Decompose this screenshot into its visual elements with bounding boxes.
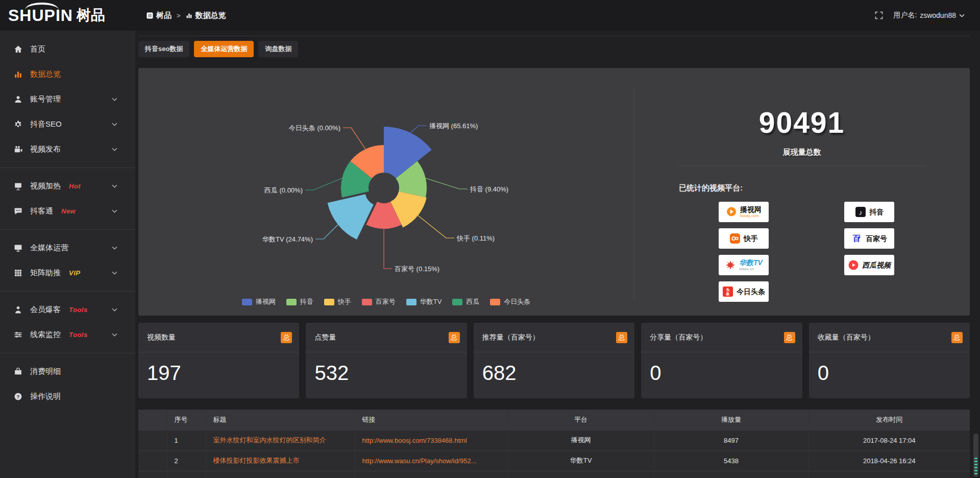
svg-text:?: ? [17,394,20,399]
video-title-link[interactable] [206,471,355,478]
legend-item-西瓜[interactable]: 西瓜 [452,297,479,306]
legend-swatch [490,299,500,305]
pie-label-播视网: 播视网 (65.61%) [429,122,478,130]
tab-全媒体运营数据[interactable]: 全媒体运营数据 [194,41,254,57]
legend-swatch [452,299,462,305]
legend-item-今日头条[interactable]: 今日头条 [490,297,530,306]
pie-label-line [418,216,454,238]
sidebar-item-线索监控[interactable]: 线索监控Tools [0,322,135,347]
sidebar-item-badge: Tools [69,331,88,339]
monitor-icon [14,244,23,253]
sidebar-item-视频发布[interactable]: 视频发布 [0,137,135,162]
sidebar-item-首页[interactable]: 首页 [0,37,135,62]
sidebar-item-会员爆客[interactable]: 会员爆客Tools [0,297,135,322]
logo-cn-text: 树品 [77,8,105,22]
app-logo[interactable]: SHUPIN 树品 [0,7,135,23]
sidebar-item-badge: New [61,207,76,215]
pie-label-快手: 快手 (0.11%) [456,234,495,242]
bar-chart-icon [186,12,192,19]
fullscreen-icon[interactable] [875,11,883,19]
logo-text: SHUPIN [8,7,73,23]
sidebar-item-视频加热[interactable]: 视频加热Hot [0,174,135,199]
table-row [138,471,970,478]
legend-item-百家号[interactable]: 百家号 [362,297,396,306]
sidebar-item-账号管理[interactable]: 账号管理 [0,87,135,112]
video-title-link[interactable]: 室外水纹灯和室内水纹灯的区别和简介 [206,430,355,450]
header-divider [138,36,970,36]
page-scrollbar-thumb[interactable] [973,434,978,477]
video-url-link[interactable]: http://www.boosj.com/7338468.html [355,430,508,450]
platforms-label: 已统计的视频平台: [679,183,970,193]
total-badge: 总 [281,332,292,343]
pie-label-line [343,128,365,149]
heat-icon [14,182,23,191]
total-impressions-value: 90491 [634,106,970,139]
chart-icon [14,70,23,79]
platform-chip-text: 华数TVwasu.cn [739,259,763,272]
total-badge: 总 [784,332,795,343]
sidebar-item-消费明细[interactable]: 消费明细 [0,359,135,384]
stat-card-分享量（百家号）: 分享量（百家号）总0 [641,323,802,398]
tab-抖音seo数据[interactable]: 抖音seo数据 [138,41,189,57]
column-header-播放量: 播放量 [654,410,808,430]
video-platform: 播视网 [508,430,654,450]
video-url-link[interactable]: http://www.wasu.cn/Play/show/id/952... [355,450,508,471]
sidebar-item-操作说明[interactable]: ?操作说明 [0,384,135,409]
user-menu[interactable]: 用户名: zswodun88 [893,11,965,20]
legend-item-抖音[interactable]: 抖音 [286,297,313,306]
help-icon: ? [14,392,23,401]
stat-card-label: 分享量（百家号） [650,333,707,342]
stat-card-收藏量（百家号）: 收藏量（百家号）总0 [809,323,970,398]
legend-label: 西瓜 [466,297,479,306]
platform-chip-text: 百家号 [866,235,887,243]
legend-item-播视网[interactable]: 播视网 [242,297,276,306]
pie-slice-华数TV[interactable] [328,194,374,240]
legend-swatch [406,299,416,305]
column-header-标题: 标题 [206,410,355,430]
stat-cards-row: 视频数量总197点赞量总532推荐量（百家号）总682分享量（百家号）总0收藏量… [138,323,970,398]
breadcrumb-current[interactable]: 数据总览 [186,11,226,20]
legend-label: 华数TV [420,297,442,306]
breadcrumb: 树品 > 数据总览 [146,11,226,20]
platform-name: 西瓜视频 [862,261,891,269]
user-icon [14,95,23,104]
sidebar-item-数据总览[interactable]: 数据总览 [0,62,135,87]
platform-chip-华数TV: 华数TVwasu.cn [719,255,769,275]
sidebar-item-矩阵助推[interactable]: 矩阵助推VIP [0,260,135,285]
sidebar-item-抖音SEO[interactable]: 抖音SEO [0,112,135,137]
chevron-down-icon [112,148,117,151]
sidebar-item-全媒体运营[interactable]: 全媒体运营 [0,235,135,260]
pie-label-line [384,229,392,269]
video-url-link[interactable] [355,471,508,478]
video-title-link[interactable]: 楼体投影灯投影效果震撼上市 [206,450,355,471]
tab-询盘数据[interactable]: 询盘数据 [258,41,298,57]
chevron-down-icon [112,333,117,337]
video-icon [14,145,23,154]
stat-card-value: 0 [650,362,802,385]
sidebar-item-抖客通[interactable]: 抖客通New [0,199,135,224]
platform-chip-text: 快手 [744,235,758,243]
summary-section: 90491 展现量总数 已统计的视频平台: 播视网boosj.com快手华数TV… [634,68,970,316]
legend-swatch [362,299,372,305]
breadcrumb-root[interactable]: 树品 [146,11,172,20]
legend-item-华数TV[interactable]: 华数TV [406,297,442,306]
legend-item-快手[interactable]: 快手 [324,297,351,306]
sidebar-group-divider [0,353,135,353]
svg-text:♪: ♪ [859,208,863,217]
platform-chip-text: 播视网boosj.com [740,206,762,219]
video-plays: 5438 [654,450,808,471]
row-index [167,471,206,478]
rose-pie-chart: 播视网 (65.61%)抖音 (9.40%)快手 (0.11%)百家号 (0.1… [138,68,634,288]
sidebar: 首页数据总览账号管理抖音SEO视频发布视频加热Hot抖客通New全媒体运营矩阵助… [0,31,135,478]
column-header-序号: 序号 [167,410,206,430]
summary-divider [677,165,926,166]
sidebar-item-label: 操作说明 [30,392,61,401]
sidebar-item-label: 消费明细 [30,367,61,376]
user-label: 用户名: [893,11,917,20]
stat-card-header: 收藏量（百家号）总 [809,323,970,352]
column-header-链接: 链接 [355,410,508,430]
legend-label: 抖音 [300,297,313,306]
sidebar-item-label: 账号管理 [30,94,61,104]
pie-label-line [305,178,342,190]
pie-label-华数TV: 华数TV (24.74%) [262,235,313,243]
